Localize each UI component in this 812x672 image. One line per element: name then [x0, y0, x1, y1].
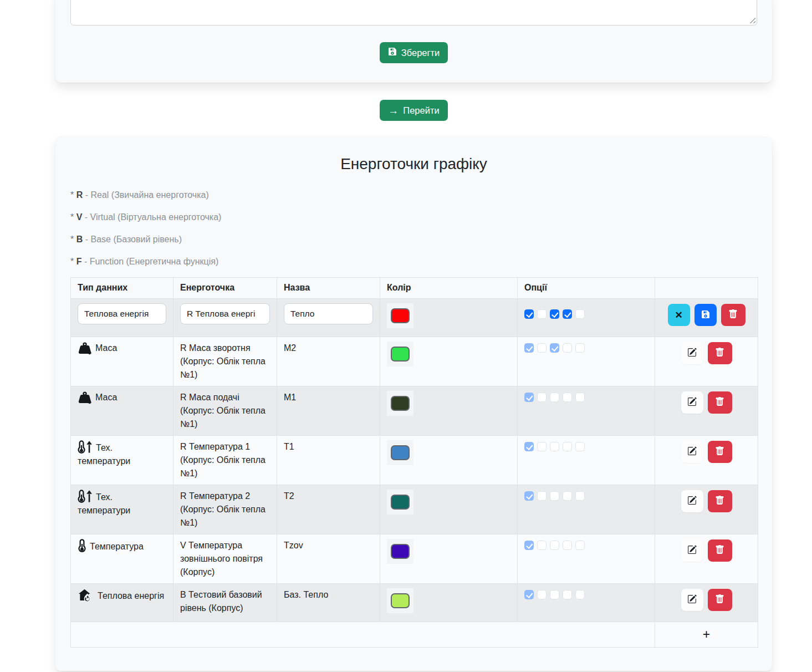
- type-select[interactable]: [78, 303, 166, 324]
- delete-button[interactable]: [708, 441, 732, 463]
- option-checkbox[interactable]: [563, 309, 572, 319]
- add-row-button[interactable]: +: [701, 627, 712, 642]
- color-picker[interactable]: [387, 342, 413, 366]
- option-checkbox[interactable]: [524, 309, 534, 319]
- color-picker[interactable]: [387, 490, 413, 515]
- option-checkbox: [563, 343, 572, 353]
- add-cell: +: [655, 622, 758, 648]
- table-row: ТемператураV Температура зовнішнього пов…: [71, 534, 758, 584]
- trash-icon: [715, 348, 724, 359]
- option-checkbox: [575, 343, 585, 353]
- color-cell: [380, 584, 518, 622]
- option-checkbox: [524, 491, 534, 501]
- save-button[interactable]: Зберегти: [380, 42, 448, 63]
- edit-button[interactable]: [681, 441, 703, 463]
- color-cell: [380, 386, 518, 436]
- color-picker[interactable]: [387, 391, 413, 416]
- legend-star: *: [70, 235, 74, 244]
- legend-text: - Virtual (Віртуальна енерготочка): [85, 212, 222, 222]
- name-cell: Баз. Тепло: [277, 584, 380, 622]
- delete-button[interactable]: [721, 304, 745, 326]
- table-row: Тех. температуриR Температура 1 (Корпус:…: [71, 436, 758, 485]
- color-swatch: [391, 544, 410, 559]
- option-checkbox: [575, 393, 585, 402]
- actions-cell: [655, 534, 758, 584]
- actions-cell: [655, 485, 758, 534]
- color-picker[interactable]: [387, 440, 413, 465]
- energy-points-card: Енерготочки графіку * R - Real (Звичайна…: [55, 136, 772, 671]
- energy-point-input[interactable]: [180, 303, 270, 324]
- options-checkbox-group: [524, 303, 648, 319]
- options-cell: [518, 386, 655, 436]
- delete-button[interactable]: [708, 391, 732, 414]
- floppy-icon: [701, 310, 710, 320]
- actions-cell: [655, 436, 758, 485]
- option-checkbox[interactable]: [537, 309, 547, 319]
- option-checkbox: [524, 343, 534, 353]
- type-cell: Тех. температури: [71, 436, 173, 485]
- edit-button[interactable]: [681, 539, 703, 562]
- color-picker[interactable]: [387, 539, 413, 564]
- col-header-point: Енерготочка: [173, 278, 277, 299]
- weight-icon: [78, 342, 92, 355]
- edit-button[interactable]: [681, 490, 703, 512]
- name-input[interactable]: [284, 303, 373, 324]
- option-checkbox[interactable]: [550, 309, 559, 319]
- option-checkbox: [575, 442, 585, 451]
- trash-icon: [715, 446, 724, 457]
- legend-text: - Function (Енергетична функція): [84, 257, 218, 266]
- point-cell: R Температура 1 (Корпус: Облік тепла №1): [173, 436, 277, 485]
- option-checkbox: [550, 393, 559, 402]
- options-checkbox-group: [524, 588, 648, 599]
- delete-button[interactable]: [708, 342, 732, 364]
- type-cell: Температура: [71, 534, 173, 584]
- legend-star: *: [70, 257, 74, 266]
- actions-group: [662, 440, 751, 463]
- legend-line-b: * B - Base (Базовий рівень): [70, 233, 757, 246]
- table-row: МасаR Маса подачі (Корпус: Облік тепла №…: [71, 386, 758, 436]
- options-checkbox-group: [524, 539, 648, 550]
- save-row-button[interactable]: [694, 304, 717, 326]
- thermometer-icon: [78, 539, 86, 553]
- floppy-icon: [388, 47, 397, 59]
- color-picker[interactable]: [387, 588, 413, 613]
- options-checkbox-group: [524, 440, 648, 451]
- go-button[interactable]: → Перейти: [380, 100, 447, 121]
- option-checkbox: [563, 590, 572, 599]
- legend-star: *: [70, 212, 74, 222]
- delete-button[interactable]: [708, 490, 732, 512]
- textarea-wrap: [70, 0, 757, 26]
- name-cell: M1: [277, 386, 380, 436]
- options-cell: [518, 485, 655, 534]
- option-checkbox: [524, 541, 534, 550]
- notes-textarea[interactable]: [70, 0, 757, 26]
- type-cell: Маса: [71, 337, 173, 386]
- color-picker[interactable]: [387, 303, 413, 328]
- edit-button[interactable]: [681, 391, 703, 414]
- option-checkbox: [537, 491, 547, 501]
- actions-group: [662, 342, 751, 364]
- point-cell: B Тестовий базовий рівень (Корпус): [173, 584, 277, 622]
- legend-star: *: [70, 190, 74, 200]
- option-checkbox: [550, 541, 559, 550]
- actions-group: [662, 588, 751, 611]
- pencil-square-icon: [687, 348, 697, 359]
- legend-text: - Base (Базовий рівень): [85, 235, 182, 244]
- delete-button[interactable]: [708, 589, 732, 611]
- edit-button[interactable]: [681, 589, 703, 611]
- actions-cell: [655, 584, 758, 622]
- color-cell: [380, 485, 518, 534]
- edit-point-cell: [173, 299, 277, 337]
- edit-button[interactable]: [681, 342, 703, 364]
- cancel-button[interactable]: ✕: [668, 304, 690, 326]
- trash-icon: [715, 545, 724, 556]
- option-checkbox: [575, 541, 585, 550]
- option-checkbox: [575, 590, 585, 599]
- color-swatch: [391, 445, 410, 460]
- option-checkbox: [563, 541, 572, 550]
- option-checkbox: [563, 491, 572, 501]
- delete-button[interactable]: [708, 539, 732, 562]
- option-checkbox[interactable]: [575, 309, 585, 319]
- option-checkbox: [524, 442, 534, 451]
- save-form-card: Зберегти: [55, 0, 772, 83]
